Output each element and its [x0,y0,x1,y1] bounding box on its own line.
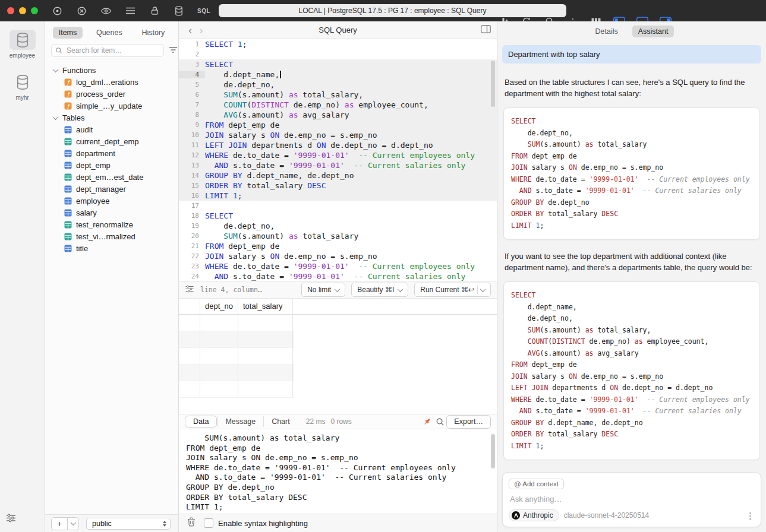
tree-item-employee[interactable]: employee [45,195,178,207]
editor-line-3[interactable]: 3SELECT [179,59,497,69]
search-results-icon[interactable] [433,415,446,428]
forward-button[interactable]: › [196,24,206,36]
add-item-dropdown[interactable] [68,517,79,530]
editor-line-16[interactable]: 16LIMIT 1; [179,191,497,201]
assistant-conversation[interactable]: Department with top salary Based on the … [497,40,766,469]
tree-item-department[interactable]: department [45,147,178,159]
column-header-dept_no[interactable]: dept_no [200,299,238,314]
editor-line-5[interactable]: 5 de.dept_no, [179,80,497,90]
tree-item-dept-manager[interactable]: dept_manager [45,183,178,195]
log-scrollbar[interactable] [491,434,495,468]
editor-line-19[interactable]: 19 de.dept_no, [179,221,497,231]
eye-icon[interactable] [100,5,112,17]
tree-item-process-order[interactable]: ƒprocess_order [45,88,178,100]
assistant-composer[interactable]: @ Add context Anthropic claude-sonnet-4-… [502,472,761,527]
pin-icon[interactable] [420,415,433,428]
editor-line-2[interactable]: 2 [179,49,497,59]
tree-item-dept-em-est-date[interactable]: dept_em…est_date [45,171,178,183]
editor-line-24[interactable]: 24 AND s.to_date = '9999-01-01' -- Curre… [179,271,497,281]
connection-breadcrumb[interactable]: LOCAL | PostgreSQL 17.5 : PG 17 : employ… [219,4,566,17]
sidebar-tab-history[interactable]: History [135,27,171,39]
editor-line-21[interactable]: 21FROM dept_emp de [179,241,497,251]
add-context-button[interactable]: @ Add context [509,479,564,489]
sql-code-block[interactable]: SELECT de.dept_no, SUM(s.amount) as tota… [503,107,760,240]
tree-item-title[interactable]: title [45,242,178,254]
editor-scrollbar[interactable] [491,61,495,107]
table-row[interactable] [179,331,294,348]
editor-line-17[interactable]: 17 [179,201,497,211]
table-row[interactable] [179,365,294,381]
composer-options-icon[interactable]: ⋮ [746,511,755,520]
editor-line-20[interactable]: 20 SUM(s.amount) as total_salary [179,231,497,241]
results-tab-chart[interactable]: Chart [263,416,298,427]
editor-line-18[interactable]: 18SELECT [179,211,497,221]
table-row[interactable] [179,348,294,365]
panel-tab-assistant[interactable]: Assistant [632,26,674,37]
tree-item-test-vi-rmalized[interactable]: test_vi…rmalized [45,230,178,242]
sql-editor[interactable]: 1SELECT 1;23SELECT4 d.dept_name,5 de.dep… [179,39,497,281]
ask-input[interactable] [509,494,757,504]
editor-line-7[interactable]: 7 COUNT(DISTINCT de.emp_no) as employee_… [179,100,497,110]
sql-editor-icon[interactable]: SQL [197,5,210,17]
back-button[interactable]: ‹ [185,24,196,36]
tree-section-tables[interactable]: Tables [45,112,178,124]
syntax-highlighting-checkbox[interactable] [204,518,213,528]
editor-line-10[interactable]: 10JOIN salary s ON de.emp_no = s.emp_no [179,130,497,140]
split-editor-icon[interactable] [481,25,491,36]
sidebar-tab-items[interactable]: Items [53,27,83,39]
editor-line-1[interactable]: 1SELECT 1; [179,39,497,49]
tree-item-salary[interactable]: salary [45,207,178,218]
disconnect-icon[interactable] [75,5,87,17]
tree-item-test-renormalize[interactable]: test_renormalize [45,218,178,230]
tree-item-current-dept-emp[interactable]: current_dept_emp [45,135,178,147]
tune-icon[interactable] [185,284,194,295]
lock-icon[interactable] [149,5,160,17]
results-tab-data[interactable]: Data [185,416,217,428]
editor-line-6[interactable]: 6 SUM(s.amount) as total_salary, [179,90,497,100]
trash-icon[interactable] [187,517,196,529]
minimize-window-button[interactable] [19,7,26,14]
panel-tab-details[interactable]: Details [590,26,624,37]
filter-icon[interactable] [169,45,178,56]
close-window-button[interactable] [7,7,14,14]
editor-line-14[interactable]: 14GROUP BY d.dept_name, de.dept_no [179,170,497,180]
export-button[interactable]: Export… [446,415,491,429]
editor-line-22[interactable]: 22JOIN salary s ON de.emp_no = s.emp_no [179,251,497,261]
provider-selector[interactable]: Anthropic [509,509,559,521]
connect-icon[interactable] [51,5,63,17]
queue-list-icon[interactable] [124,5,136,17]
database-icon[interactable] [173,5,185,17]
editor-line-13[interactable]: 13 AND s.to_date = '9999-01-01' -- Curre… [179,160,497,170]
tree-item-log-dml-erations[interactable]: ƒlog_dml…erations [45,76,178,88]
editor-line-23[interactable]: 23WHERE de.to_date = '9999-01-01' -- Cur… [179,261,497,271]
add-item-button[interactable]: + [51,517,68,530]
line-number: 16 [179,192,205,200]
editor-line-8[interactable]: 8 AVG(s.amount) as avg_salary [179,110,497,120]
column-header-total_salary[interactable]: total_salary [238,299,293,314]
tree-section-functions[interactable]: Functions [45,64,178,76]
connection-employee[interactable]: employee [0,30,45,59]
tree-item-dept-emp[interactable]: dept_emp [45,159,178,171]
tree-item-simple-y-update[interactable]: ƒsimple_…y_update [45,100,178,112]
item-search-field[interactable] [51,44,164,57]
table-row[interactable] [179,315,294,331]
run-current-button[interactable]: Run Current ⌘↩ [414,283,491,297]
beautify-dropdown[interactable]: Beautify ⌘I [351,283,408,297]
connection-myhr[interactable]: myhr [0,72,45,101]
editor-line-11[interactable]: 11LEFT JOIN departments d ON de.dept_no … [179,140,497,150]
schema-select[interactable]: public [86,518,171,530]
sql-code-block[interactable]: SELECT d.dept_name, de.dept_no, SUM(s.am… [503,281,760,460]
tune-filters-icon[interactable] [6,514,16,525]
editor-line-15[interactable]: 15ORDER BY total_salary DESC [179,180,497,191]
search-input[interactable] [65,46,160,55]
message-log[interactable]: SUM(s.amount) as total_salaryFROM dept_e… [179,429,497,514]
limit-dropdown[interactable]: No limit [301,283,345,297]
results-tab-message[interactable]: Message [217,416,263,427]
sidebar-tab-queries[interactable]: Queries [90,27,128,39]
editor-line-4[interactable]: 4 d.dept_name, [179,69,497,80]
tree-item-audit[interactable]: audit [45,124,178,135]
zoom-window-button[interactable] [31,7,38,14]
editor-line-12[interactable]: 12WHERE de.to_date = '9999-01-01' -- Cur… [179,150,497,160]
table-row[interactable] [179,381,294,398]
editor-line-9[interactable]: 9FROM dept_emp de [179,120,497,130]
